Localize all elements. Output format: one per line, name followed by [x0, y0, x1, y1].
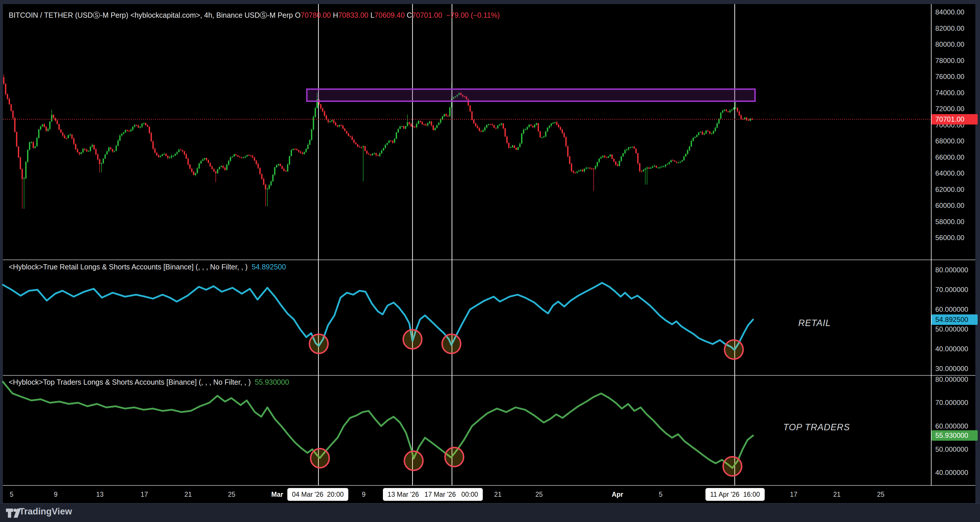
candle-body — [62, 133, 64, 135]
candle-body — [285, 171, 286, 171]
candle-body — [121, 134, 123, 135]
open-value: 70780.00 — [301, 11, 331, 19]
price-axis-border — [931, 4, 932, 503]
retail-indicator-title[interactable]: <Hyblock>True Retail Longs & Shorts Acco… — [9, 263, 248, 271]
time-tick-label: 13 — [96, 491, 103, 498]
time-tick-label: 25 — [535, 491, 543, 498]
candle-body — [247, 155, 248, 156]
candle-body — [313, 117, 314, 129]
candle-body — [193, 172, 194, 175]
candle-body — [584, 169, 585, 171]
candle-body — [210, 163, 211, 166]
candle-body — [372, 154, 373, 155]
candle-body — [486, 125, 487, 127]
candle-body — [387, 143, 388, 145]
high-value: 70833.00 — [338, 11, 368, 19]
symbol-title[interactable]: BITCOIN / TETHER (USDⓈ-M Perp) <hyblockc… — [9, 11, 293, 19]
candle-body — [304, 152, 305, 154]
candle-body — [748, 120, 749, 121]
candle-body — [9, 99, 10, 104]
candle-body — [31, 142, 32, 143]
footer-bar: TradingView — [0, 503, 980, 522]
tradingview-brand-text[interactable]: TradingView — [19, 506, 72, 517]
candle-body — [418, 121, 419, 124]
time-tick-label: 5 — [659, 491, 663, 498]
candle-body — [267, 189, 268, 189]
candle-body — [637, 153, 639, 163]
candle-body — [156, 153, 158, 155]
candle-body — [534, 125, 536, 127]
candle-body — [503, 123, 504, 128]
candle-body — [626, 150, 628, 150]
candle-body — [125, 130, 126, 132]
candle-body — [738, 111, 740, 115]
candle-body — [353, 140, 355, 143]
candle-body — [49, 121, 51, 129]
candle-body — [298, 150, 299, 152]
candle-body — [302, 153, 303, 154]
candle-body — [727, 111, 729, 112]
candle-body — [24, 178, 25, 179]
panel-separator-2[interactable] — [3, 375, 975, 376]
candle-body — [532, 126, 533, 127]
candle-body — [374, 153, 375, 154]
candle-body — [632, 147, 633, 148]
candle-body — [20, 158, 21, 169]
symbol-legend[interactable]: BITCOIN / TETHER (USDⓈ-M Perp) <hyblockc… — [9, 10, 500, 20]
top-traders-indicator-legend[interactable]: <Hyblock>Top Traders Longs & Shorts Acco… — [9, 378, 289, 387]
candle-body — [733, 108, 734, 110]
time-axis[interactable]: 5913172125Mar92125Apr517212504 Mar '26 2… — [3, 486, 975, 503]
chart-canvas[interactable] — [0, 0, 980, 522]
candle-body — [309, 140, 310, 145]
axis-tick-label: 78000.00 — [935, 57, 964, 65]
candle-body — [346, 131, 347, 133]
candle-body — [619, 161, 620, 166]
panel-separator-1[interactable] — [3, 259, 975, 260]
low-label: L — [371, 11, 374, 19]
candle-body — [604, 156, 606, 158]
candle-body — [475, 123, 476, 126]
axis-tick-label: 62000.00 — [935, 186, 964, 194]
candle-body — [652, 166, 654, 168]
candle-body — [589, 167, 591, 169]
candle-body — [549, 126, 550, 128]
time-tick-label: 9 — [54, 491, 58, 498]
axis-tick-label: 74000.00 — [935, 89, 964, 97]
candle-body — [169, 158, 170, 158]
candle-body — [204, 158, 205, 159]
candle-body — [344, 129, 345, 131]
candle-body — [436, 125, 438, 128]
candle-body — [29, 142, 30, 150]
candle-body — [495, 128, 497, 128]
candle-body — [364, 146, 366, 151]
signal-circle — [404, 451, 423, 470]
high-label: H — [333, 11, 338, 19]
candle-body — [160, 156, 161, 157]
candle-body — [663, 166, 665, 167]
top-traders-indicator-title[interactable]: <Hyblock>Top Traders Longs & Shorts Acco… — [9, 378, 251, 386]
candle-body — [294, 149, 296, 150]
candle-body — [99, 159, 100, 164]
candle-body — [401, 126, 402, 127]
candle-body — [228, 161, 229, 165]
candle-body — [414, 127, 416, 127]
candle-body — [668, 162, 670, 164]
time-tick-label: 5 — [10, 491, 14, 498]
candle-body — [263, 179, 264, 185]
candle-body — [480, 131, 482, 132]
candle-body — [217, 169, 218, 173]
supply-zone-box[interactable] — [307, 89, 755, 101]
candle-body — [79, 153, 80, 154]
axis-tick-label: 84000.00 — [935, 8, 964, 16]
candle-body — [685, 154, 687, 156]
candle-body — [735, 108, 737, 108]
candle-body — [565, 137, 566, 146]
candle-body — [191, 169, 192, 172]
axis-tick-label: 40.000000 — [935, 469, 968, 477]
candle-body — [539, 131, 541, 137]
candle-body — [296, 149, 298, 150]
axis-tick-label: 60.000000 — [935, 422, 968, 430]
candle-body — [716, 123, 718, 128]
retail-indicator-legend[interactable]: <Hyblock>True Retail Longs & Shorts Acco… — [9, 263, 286, 271]
axis-tick-label: 30.000000 — [935, 364, 968, 373]
